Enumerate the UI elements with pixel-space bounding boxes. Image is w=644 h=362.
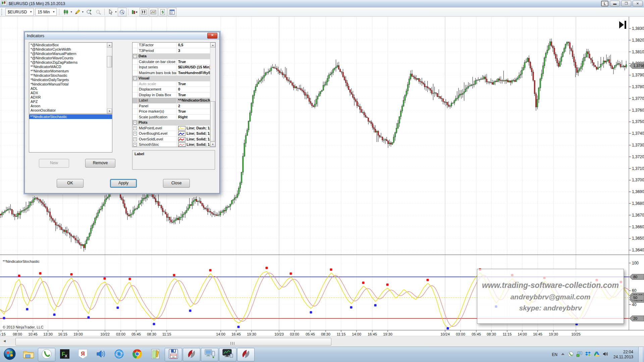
scroll-left-icon[interactable]: ◄ — [3, 339, 6, 343]
expand-icon[interactable]: + — [133, 132, 137, 135]
available-indicator-item[interactable]: *@NindicatorBox — [30, 43, 107, 47]
available-indicator-item[interactable]: AroonOscillator — [30, 108, 107, 113]
property-value[interactable]: Line; Solid; 1px — [177, 131, 215, 136]
available-indicator-item[interactable]: *^NindicatorMomentum — [30, 69, 107, 73]
taskbar-item-chrome[interactable] — [128, 348, 146, 361]
available-indicator-item[interactable]: APZ — [30, 100, 107, 104]
dialog-close-button[interactable]: ✕ — [207, 33, 217, 39]
data-box-button[interactable] — [118, 8, 126, 16]
property-value[interactable]: Right — [177, 115, 215, 120]
collapse-icon[interactable]: − — [133, 121, 137, 124]
ok-button[interactable]: OK — [57, 179, 84, 188]
property-row[interactable]: Panel2 — [132, 104, 215, 109]
taskbar-item-backup-tool[interactable]: 64 — [165, 348, 182, 361]
property-row[interactable]: Scale justificationRight — [132, 115, 215, 120]
drawing-tools-button[interactable] — [73, 8, 82, 16]
taskbar-item-trading-terminal[interactable] — [219, 348, 236, 361]
properties-button[interactable] — [168, 8, 176, 16]
property-row[interactable]: Label*^NindicatorStochas — [132, 98, 215, 104]
taskbar-item-fx-app[interactable]: Fx — [56, 348, 73, 361]
available-indicator-item[interactable]: *@NindicatorWaveCounts — [30, 56, 107, 60]
available-indicator-item[interactable]: *^NindicatorStochastic — [30, 73, 107, 78]
chart-style-button[interactable] — [62, 8, 70, 16]
expand-icon[interactable]: + — [133, 137, 137, 141]
available-indicator-item[interactable]: *NindicatorDailyTargets — [30, 78, 107, 82]
scroll-up-icon[interactable]: ▲ — [107, 43, 112, 48]
chevron-up-tray-icon[interactable] — [560, 352, 565, 357]
available-indicator-item[interactable]: *NindicatorManualTotal — [30, 82, 107, 86]
property-row[interactable]: T3Period3 — [132, 48, 215, 54]
property-value[interactable]: 2 — [177, 104, 215, 109]
property-category-row[interactable]: −Plots — [132, 120, 215, 126]
taskbar-item-internet-explorer[interactable] — [110, 348, 128, 361]
chart-h-scrollbar[interactable]: ◄ — [0, 336, 644, 347]
property-value[interactable]: Line; Dash; 1px — [177, 126, 215, 131]
property-row[interactable]: +MidPointLevelLine; Dash; 1px — [132, 126, 215, 131]
property-category-row[interactable]: −Visual — [132, 76, 215, 81]
collapse-icon[interactable]: − — [133, 54, 137, 58]
minimize-button[interactable]: ▬ — [610, 1, 620, 6]
taskbar-item-notepad-editor[interactable] — [147, 348, 164, 361]
property-row[interactable]: Calculate on bar closeTrue — [132, 59, 215, 65]
chevron-down-icon[interactable]: ▼ — [115, 11, 117, 13]
property-value[interactable]: 0 — [177, 87, 215, 92]
restore-button[interactable]: ❐ — [621, 1, 631, 6]
available-indicator-item[interactable]: ADX — [30, 91, 107, 95]
close-button[interactable]: ✕ — [633, 1, 643, 6]
property-value[interactable]: True — [177, 93, 215, 98]
zoom-in-button[interactable] — [85, 8, 93, 16]
scroll-thumb[interactable] — [107, 56, 112, 67]
collapse-icon[interactable]: − — [133, 76, 137, 80]
scroll-thumb[interactable] — [210, 101, 215, 141]
indicator-property-grid[interactable]: T3Factor0,5T3Period3−DataCalculate on ba… — [132, 42, 216, 147]
chart-trader-button[interactable] — [140, 8, 148, 16]
taskbar-item-explorer[interactable] — [20, 348, 37, 361]
available-indicator-item[interactable]: *@NindicatorZigZagPatterns — [30, 60, 107, 65]
property-row[interactable]: +OverBoughtLevelLine; Solid; 1px — [132, 131, 215, 137]
available-indicators-list[interactable]: *@NindicatorBox*@NindicatorCycleWidth*@N… — [29, 42, 112, 114]
taskbar-item-yandex-browser[interactable]: Я — [74, 348, 92, 361]
snapshot-button[interactable] — [149, 8, 158, 16]
configured-indicators-list[interactable]: *^NindicatorStochastic — [29, 114, 112, 153]
dialog-titlebar[interactable]: Indicators ✕ — [25, 32, 219, 40]
taskbar-clock[interactable]: 22:04 24.11.2013 — [611, 350, 635, 360]
property-value[interactable]: Line; Solid; 1px — [177, 142, 215, 147]
property-value[interactable]: True — [177, 81, 215, 87]
gdrive-tray-icon[interactable] — [594, 351, 600, 358]
property-value[interactable]: Line; Solid; 1px — [177, 137, 215, 142]
property-row[interactable]: T3Factor0,5 — [132, 43, 215, 48]
volume-tray-icon[interactable] — [602, 351, 608, 358]
property-value[interactable]: True — [177, 109, 215, 114]
cursor-button[interactable] — [106, 8, 115, 16]
zoom-out-button[interactable] — [94, 8, 103, 16]
property-row[interactable]: Displacement0 — [132, 87, 215, 93]
property-row[interactable]: Price marker(s)True — [132, 109, 215, 115]
bar-spacing-button[interactable] — [130, 8, 139, 16]
dialog-close-action-button[interactable]: Close — [163, 179, 190, 188]
taskbar-item-ninjatrader[interactable] — [183, 348, 200, 361]
property-row[interactable]: Input series$EURUSD (15 Min) — [132, 65, 215, 70]
show-desktop-button[interactable] — [638, 347, 643, 362]
taskbar-item-workstation[interactable] — [201, 348, 218, 361]
configured-indicator-item[interactable]: *^NindicatorStochastic — [29, 115, 112, 119]
property-category-row[interactable]: −Data — [132, 54, 215, 59]
property-row[interactable]: +SmoothStocLine; Solid; 1px — [132, 142, 215, 147]
scroll-down-icon[interactable]: ▼ — [210, 142, 215, 147]
list-scrollbar[interactable]: ▲ ▼ — [107, 43, 112, 114]
interval-selector[interactable]: 15 Min▼ — [35, 8, 57, 16]
property-value[interactable]: True — [177, 59, 215, 65]
property-value[interactable]: TwoHundredFiftySix — [177, 70, 215, 76]
property-row[interactable]: Maximum bars look backTwoHundredFiftySix — [132, 70, 215, 76]
property-value[interactable]: 0,5 — [177, 43, 215, 48]
link-button[interactable]: L — [601, 1, 608, 6]
property-row[interactable]: +OverSoldLevelLine; Solid; 1px — [132, 137, 215, 142]
available-indicator-item[interactable]: *^NindicatorMACD — [30, 65, 107, 69]
available-indicator-item[interactable]: *@NindicatorCycleWidth — [30, 47, 107, 52]
grid-scrollbar[interactable]: ▲ ▼ — [210, 43, 215, 147]
property-row[interactable]: Auto scaleTrue — [132, 81, 215, 87]
taskbar-item-utorrent[interactable] — [38, 348, 55, 361]
remove-button[interactable]: Remove — [85, 159, 115, 168]
dropbox-tray-icon[interactable] — [585, 351, 591, 358]
chevron-down-icon[interactable]: ▼ — [70, 11, 72, 13]
taskbar-item-ninjatrader-active[interactable] — [237, 348, 255, 361]
